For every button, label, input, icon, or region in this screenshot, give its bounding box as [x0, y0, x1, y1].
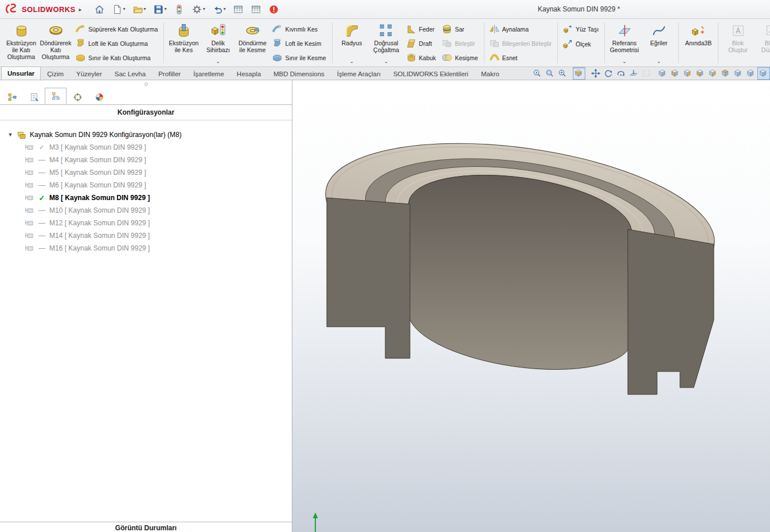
- config-row[interactable]: —M12 [ Kaynak Somun DIN 9929 ]: [0, 217, 292, 229]
- tab-makro[interactable]: Makro: [475, 67, 506, 80]
- boss-extrude-button[interactable]: Ekstrüzyon ile Katı Oluşturma: [5, 21, 38, 65]
- config-row[interactable]: —M14 [ Kaynak Somun DIN 9929 ]: [0, 229, 292, 242]
- draft-button[interactable]: Draft: [404, 36, 439, 50]
- display-style-button[interactable]: [757, 67, 770, 80]
- boundary-boss-button[interactable]: Sınır ile Katı Oluşturma: [73, 50, 161, 65]
- boundary-cut-button[interactable]: Sınır ile Kesme: [270, 50, 329, 65]
- graphics-viewport[interactable]: [292, 80, 770, 532]
- loft-boss-button[interactable]: Loft ile Katı Oluşturma: [73, 36, 161, 50]
- intersect-button[interactable]: Kesişme: [440, 50, 480, 65]
- file-properties-button[interactable]: [231, 2, 245, 17]
- dropdown-arrow-icon[interactable]: ▾: [203, 7, 205, 11]
- linear-pattern-button[interactable]: Doğrusal Çoğaltma⌄: [370, 21, 403, 65]
- dimxpertmanager-tab[interactable]: [67, 89, 88, 104]
- zoom-to-selection-button[interactable]: [531, 67, 544, 80]
- options-button[interactable]: ▾: [190, 2, 207, 17]
- instant3d-button[interactable]: Anında3B: [682, 21, 715, 65]
- swept-cut-button[interactable]: Kıvrımlı Kes: [270, 22, 329, 36]
- swept-boss-button[interactable]: Süpürerek Katı Oluşturma: [73, 22, 161, 36]
- wrap-button[interactable]: Sar: [440, 22, 480, 36]
- rotate-view-button[interactable]: [602, 67, 615, 80]
- tab-profiller[interactable]: Profiller: [152, 67, 187, 80]
- flex-button[interactable]: Esnet: [487, 50, 554, 65]
- view-orientation-button[interactable]: [656, 67, 669, 80]
- dropdown-arrow-icon[interactable]: ⌄: [216, 59, 221, 64]
- shell-button[interactable]: Kabuk: [404, 50, 439, 65]
- new-document-button[interactable]: ▾: [110, 2, 127, 17]
- lofted-cut-button[interactable]: Loft ile Kesim: [270, 36, 329, 50]
- view-back-button[interactable]: [682, 67, 694, 80]
- model-bore-wall[interactable]: [409, 175, 632, 370]
- dropdown-arrow-icon[interactable]: ▾: [144, 7, 146, 11]
- collapse-arrow-icon[interactable]: ▼: [7, 132, 14, 138]
- dropdown-arrow-icon[interactable]: ▾: [165, 7, 167, 11]
- config-root-row[interactable]: ▼Kaynak Somun DIN 9929 Konfigürasyon(lar…: [0, 128, 292, 141]
- tab-hesapla[interactable]: Hesapla: [230, 67, 267, 80]
- config-row[interactable]: ✓M8 [ Kaynak Somun DIN 9929 ]: [0, 191, 292, 204]
- menu-expand-button[interactable]: ▸: [79, 6, 82, 13]
- hole-wizard-button[interactable]: Delik Sihirbazı⌄: [201, 21, 234, 65]
- tab-yüzeyler[interactable]: Yüzeyler: [70, 67, 108, 80]
- dropdown-arrow-icon[interactable]: ⌄: [384, 59, 389, 64]
- button-label: Döndürme ile Kesme: [236, 40, 268, 53]
- panel-drag-handle[interactable]: [0, 80, 292, 88]
- tab-i̇şleme-araçları[interactable]: İşleme Araçları: [331, 67, 387, 80]
- tab-unsurlar[interactable]: Unsurlar: [1, 66, 41, 80]
- rib-button[interactable]: Feder: [404, 22, 439, 36]
- tab-mbd-dimensions[interactable]: MBD Dimensions: [267, 67, 331, 80]
- roll-view-button[interactable]: [615, 67, 627, 80]
- configurationmanager-tab[interactable]: [45, 88, 67, 104]
- zoom-window-button[interactable]: [544, 67, 556, 80]
- config-row[interactable]: —M6 [ Kaynak Somun DIN 9929 ]: [0, 179, 292, 191]
- move-face-button[interactable]: Yüz Taşı: [561, 22, 601, 37]
- save-button[interactable]: ▾: [151, 2, 169, 17]
- tab-i̇şaretleme[interactable]: İşaretleme: [187, 67, 230, 80]
- mirror-button[interactable]: Aynalama: [487, 22, 554, 36]
- evaluate-table-button[interactable]: [249, 2, 263, 17]
- display-states-footer[interactable]: Görüntü Durumları: [0, 522, 292, 532]
- zoom-fit-button[interactable]: [556, 67, 569, 80]
- config-row[interactable]: —M10 [ Kaynak Somun DIN 9929 ]: [0, 204, 292, 217]
- revolve-boss-button[interactable]: Döndürerek Katı Oluşturma: [39, 21, 72, 65]
- cut-extrude-button[interactable]: Ekstrüzyon ile Kes: [167, 21, 200, 65]
- config-row[interactable]: —M4 [ Kaynak Somun DIN 9929 ]: [0, 154, 292, 166]
- pan-button[interactable]: [589, 67, 602, 80]
- view-right-button[interactable]: [707, 67, 720, 80]
- dropdown-arrow-icon[interactable]: ⌄: [622, 59, 627, 64]
- displaymanager-tab[interactable]: [88, 89, 110, 104]
- edit-block-button: Bloğu Düzenle: [756, 21, 770, 65]
- dropdown-arrow-icon[interactable]: ▾: [123, 7, 126, 11]
- normal-to-button[interactable]: [627, 67, 640, 80]
- curves-button[interactable]: Eğriler⌄: [642, 21, 675, 65]
- tab-sac-levha[interactable]: Sac Levha: [108, 67, 152, 80]
- scale-button[interactable]: Ölçek: [561, 37, 601, 52]
- tab-çizim[interactable]: Çizim: [41, 67, 70, 80]
- rebuild-alert-button[interactable]: [267, 2, 281, 17]
- open-button[interactable]: ▾: [131, 2, 148, 17]
- home-button[interactable]: [92, 2, 107, 17]
- propertymanager-tab[interactable]: [23, 89, 45, 104]
- ribbon-stack: Yüz TaşıÖlçek: [561, 21, 601, 65]
- config-row[interactable]: —M16 [ Kaynak Somun DIN 9929 ]: [0, 242, 292, 255]
- dropdown-arrow-icon[interactable]: ⌄: [656, 59, 661, 64]
- rebuild-button[interactable]: [172, 2, 186, 17]
- revolved-cut-button[interactable]: Döndürme ile Kesme: [236, 21, 269, 65]
- dropdown-arrow-icon[interactable]: ▾: [224, 7, 226, 11]
- view-top-button[interactable]: [720, 67, 732, 80]
- model-left-section-face[interactable]: [327, 198, 410, 358]
- undo-button[interactable]: ▾: [210, 2, 228, 17]
- view-bottom-button[interactable]: [732, 67, 745, 80]
- view-isometric-button[interactable]: [745, 67, 757, 80]
- view-left-button[interactable]: [694, 67, 707, 80]
- model-right-section-face[interactable]: [628, 229, 714, 394]
- fillet-button[interactable]: Radyus⌄: [335, 21, 369, 65]
- view-front-button[interactable]: [669, 67, 682, 80]
- dropdown-arrow-icon[interactable]: ⌄: [350, 59, 354, 64]
- reference-geometry-button[interactable]: Referans Geometrisi⌄: [608, 21, 641, 65]
- section-view-button[interactable]: [573, 67, 585, 80]
- tab-solidworks-eklentileri[interactable]: SOLIDWORKS Eklentileri: [387, 67, 475, 80]
- heads-up-toolbar: [531, 66, 770, 80]
- config-row[interactable]: ✓M3 [ Kaynak Somun DIN 9929 ]: [0, 141, 292, 154]
- featuremanager-tab[interactable]: [1, 89, 23, 104]
- config-row[interactable]: —M5 [ Kaynak Somun DIN 9929 ]: [0, 166, 292, 179]
